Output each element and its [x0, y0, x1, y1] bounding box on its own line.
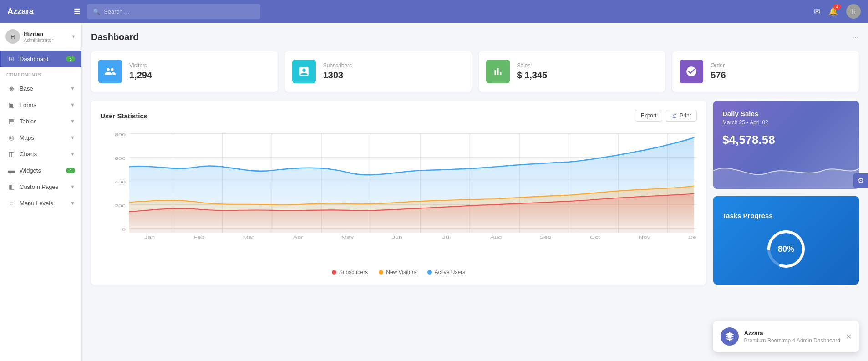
svg-text:400: 400 [115, 179, 126, 184]
sidebar-item-maps[interactable]: ◎ Maps ▼ [0, 129, 81, 146]
tasks-progress-card: Tasks Progress 80% [713, 196, 859, 285]
notification-icon[interactable]: 🔔 4 [828, 7, 838, 16]
base-arrow: ▼ [70, 86, 75, 91]
user-avatar[interactable]: H [846, 4, 861, 19]
mail-icon[interactable]: ✉ [814, 7, 820, 16]
legend-active-users: Active Users [427, 269, 465, 275]
order-label: Order [711, 62, 726, 69]
menu-levels-icon: ≡ [8, 199, 15, 207]
tables-label: Tables [20, 118, 68, 125]
toast-subtitle: Premium Bootstrap 4 Admin Dashboard [744, 337, 840, 344]
sidebar-item-custom-pages[interactable]: ◧ Custom Pages ▼ [0, 178, 81, 195]
settings-button[interactable]: ⚙ [853, 173, 868, 188]
forms-label: Forms [20, 102, 68, 108]
navbar-right: ✉ 🔔 4 H [814, 4, 861, 19]
custom-pages-arrow: ▼ [70, 184, 75, 189]
svg-text:800: 800 [115, 132, 126, 137]
tasks-progress-title: Tasks Progress [722, 212, 773, 219]
progress-circle: 80% [766, 229, 807, 269]
toast-title: Azzara [744, 330, 840, 336]
legend-label-new-visitors: New Visitors [386, 269, 416, 275]
print-button[interactable]: 🖨 Print [666, 110, 697, 122]
sidebar-item-forms[interactable]: ▣ Forms ▼ [0, 97, 81, 113]
chart-header: User Statistics Export 🖨 Print [100, 110, 697, 122]
page-title: Dashboard [91, 32, 852, 42]
tables-icon: ▤ [8, 117, 15, 125]
main-layout: H Hizrian Administrator ▼ ⊞ Dashboard 5 … [0, 23, 868, 361]
brand: Azzara ☰ [7, 7, 80, 16]
charts-icon: ◫ [8, 150, 15, 158]
svg-text:Mar: Mar [243, 235, 254, 240]
sidebar-item-tables[interactable]: ▤ Tables ▼ [0, 113, 81, 129]
custom-pages-icon: ◧ [8, 183, 15, 190]
stat-card-subscribers: Subscribers 1303 [285, 51, 472, 92]
stat-cards: Visitors 1,294 Subscribers 1303 Sale [91, 51, 859, 92]
hamburger-icon[interactable]: ☰ [74, 7, 80, 16]
daily-sales-card: Daily Sales March 25 - April 02 $4,578.5… [713, 101, 859, 189]
sidebar-item-dashboard[interactable]: ⊞ Dashboard 5 [0, 51, 81, 67]
subscribers-info: Subscribers 1303 [323, 62, 352, 81]
order-icon-box [680, 60, 703, 83]
notification-toast: Azzara Premium Bootstrap 4 Admin Dashboa… [713, 321, 859, 352]
legend-dot-new-visitors [379, 270, 383, 275]
svg-text:Jul: Jul [442, 235, 451, 240]
subscribers-value: 1303 [323, 70, 352, 81]
svg-text:Oct: Oct [590, 235, 600, 240]
svg-text:600: 600 [115, 156, 126, 161]
notification-badge: 4 [833, 4, 841, 10]
sidebar-user-info: Hizrian Administrator [24, 31, 67, 43]
forms-icon: ▣ [8, 101, 15, 108]
page-header: Dashboard ··· [91, 32, 859, 42]
order-value: 576 [711, 70, 726, 81]
widgets-icon: ▬ [8, 167, 15, 174]
daily-sales-amount: $4,578.58 [722, 133, 850, 147]
search-icon: 🔍 [93, 8, 100, 15]
search-input[interactable] [104, 8, 255, 15]
top-navbar: Azzara ☰ 🔍 ✉ 🔔 4 H [0, 0, 868, 23]
stat-card-sales: Sales $ 1,345 [479, 51, 665, 92]
legend-label-active-users: Active Users [435, 269, 465, 275]
legend-label-subscribers: Subscribers [339, 269, 368, 275]
sidebar-avatar: H [5, 29, 20, 44]
brand-name: Azzara [7, 7, 34, 16]
sidebar-user-arrow[interactable]: ▼ [71, 34, 76, 39]
visitors-info: Visitors 1,294 [129, 62, 152, 81]
svg-text:Aug: Aug [490, 235, 502, 240]
legend-new-visitors: New Visitors [379, 269, 416, 275]
widgets-badge: 4 [66, 168, 75, 173]
subscribers-label: Subscribers [323, 62, 352, 69]
page-options-button[interactable]: ··· [852, 32, 859, 42]
visitors-icon-box [98, 60, 122, 83]
sales-label: Sales [517, 62, 548, 69]
svg-text:Dec: Dec [688, 235, 697, 240]
chart-title: User Statistics [100, 112, 631, 120]
widgets-label: Widgets [20, 167, 66, 174]
sidebar-item-label: Dashboard [20, 56, 66, 62]
legend-subscribers: Subscribers [332, 269, 368, 275]
print-icon: 🖨 [672, 112, 677, 119]
sidebar-item-widgets[interactable]: ▬ Widgets 4 [0, 162, 81, 178]
toast-close-button[interactable]: ✕ [846, 332, 852, 341]
bottom-section: User Statistics Export 🖨 Print [91, 101, 859, 285]
menu-levels-label: Menu Levels [20, 200, 68, 207]
maps-arrow: ▼ [70, 135, 75, 140]
toast-content: Azzara Premium Bootstrap 4 Admin Dashboa… [744, 330, 840, 344]
subscribers-icon-box [292, 60, 316, 83]
legend-dot-subscribers [332, 270, 336, 275]
charts-label: Charts [20, 151, 68, 158]
charts-arrow: ▼ [70, 151, 75, 157]
sidebar-item-charts[interactable]: ◫ Charts ▼ [0, 146, 81, 162]
stat-card-order: Order 576 [672, 51, 859, 92]
user-statistics-card: User Statistics Export 🖨 Print [91, 101, 706, 285]
sidebar-username: Hizrian [24, 31, 67, 37]
sales-icon-box [486, 60, 510, 83]
custom-pages-label: Custom Pages [20, 183, 68, 190]
sidebar-item-base[interactable]: ◈ Base ▼ [0, 80, 81, 97]
svg-text:Feb: Feb [193, 235, 205, 240]
export-button[interactable]: Export [635, 110, 663, 122]
svg-text:Nov: Nov [639, 235, 651, 240]
sales-info: Sales $ 1,345 [517, 62, 548, 81]
maps-icon: ◎ [8, 134, 15, 141]
forms-arrow: ▼ [70, 102, 75, 107]
sidebar-item-menu-levels[interactable]: ≡ Menu Levels ▼ [0, 195, 81, 211]
